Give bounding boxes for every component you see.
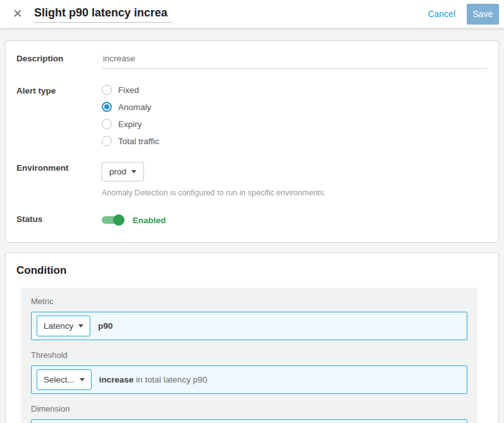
radio-circle-icon: [102, 136, 112, 146]
status-toggle[interactable]: [102, 214, 124, 226]
status-value: Enabled: [133, 216, 166, 225]
metric-group: Metric Latency p90: [31, 297, 467, 340]
chevron-down-icon: [80, 378, 85, 381]
condition-card: Condition Metric Latency p90 Threshold S…: [5, 252, 499, 423]
header-bar: ✕ Slight p90 latency increa Cancel Save: [0, 0, 504, 28]
threshold-group: Threshold Select... increase in total la…: [31, 350, 467, 394]
environment-helper-text: Anomaly Detection is configured to run i…: [102, 188, 488, 197]
chevron-down-icon: [131, 170, 136, 173]
metric-dropdown-value: Latency: [44, 321, 73, 331]
radio-circle-icon: [102, 85, 112, 95]
radio-fixed-label: Fixed: [118, 85, 139, 95]
page-body: Description increase Alert type Fixed An…: [0, 28, 504, 423]
environment-row: Environment prod Anomaly Detection is co…: [16, 162, 488, 197]
chevron-down-icon: [78, 324, 83, 328]
threshold-row: Select... increase in total latency p90: [31, 365, 467, 394]
radio-circle-selected-icon: [102, 102, 112, 112]
environment-label: Environment: [16, 162, 102, 173]
radio-total-traffic-label: Total traffic: [118, 137, 159, 146]
environment-dropdown[interactable]: prod: [102, 162, 144, 181]
general-settings-card: Description increase Alert type Fixed An…: [5, 40, 499, 243]
alert-type-row: Alert type Fixed Anomaly Expiry Total tr…: [16, 85, 488, 146]
metric-value-text: p90: [98, 321, 112, 331]
condition-heading: Condition: [16, 264, 488, 277]
description-label: Description: [16, 52, 102, 63]
dimension-row: All proxies and targets detected Region …: [31, 419, 467, 423]
metric-label: Metric: [31, 297, 467, 306]
radio-fixed[interactable]: Fixed: [102, 85, 488, 95]
condition-panel: Metric Latency p90 Threshold Select...: [21, 288, 477, 423]
dimension-group: Dimension All proxies and targets detect…: [31, 404, 467, 423]
cancel-button[interactable]: Cancel: [428, 9, 455, 19]
threshold-dropdown-value: Select...: [44, 375, 75, 384]
threshold-dropdown[interactable]: Select...: [37, 369, 92, 390]
radio-anomaly-label: Anomaly: [118, 102, 152, 112]
threshold-description-text: increase in total latency p90: [99, 375, 207, 384]
radio-anomaly[interactable]: Anomaly: [102, 102, 488, 112]
status-label: Status: [16, 213, 102, 224]
radio-total-traffic[interactable]: Total traffic: [102, 136, 488, 146]
threshold-label: Threshold: [31, 350, 467, 360]
radio-circle-icon: [102, 119, 112, 129]
description-row: Description increase: [16, 52, 488, 69]
toggle-knob: [113, 214, 124, 226]
threshold-bold-text: increase: [99, 375, 134, 384]
description-input[interactable]: increase: [102, 52, 488, 69]
close-icon[interactable]: ✕: [10, 6, 25, 21]
alert-title-input[interactable]: Slight p90 latency increa: [34, 5, 172, 23]
metric-row: Latency p90: [31, 312, 467, 340]
alert-type-label: Alert type: [16, 85, 102, 95]
dimension-label: Dimension: [31, 404, 467, 414]
status-row: Status Enabled: [16, 213, 488, 226]
threshold-rest-text: in total latency p90: [134, 375, 207, 384]
radio-expiry[interactable]: Expiry: [102, 119, 488, 129]
metric-dropdown[interactable]: Latency: [37, 316, 90, 336]
radio-expiry-label: Expiry: [118, 120, 142, 129]
save-button[interactable]: Save: [467, 4, 499, 25]
environment-dropdown-value: prod: [109, 167, 126, 176]
